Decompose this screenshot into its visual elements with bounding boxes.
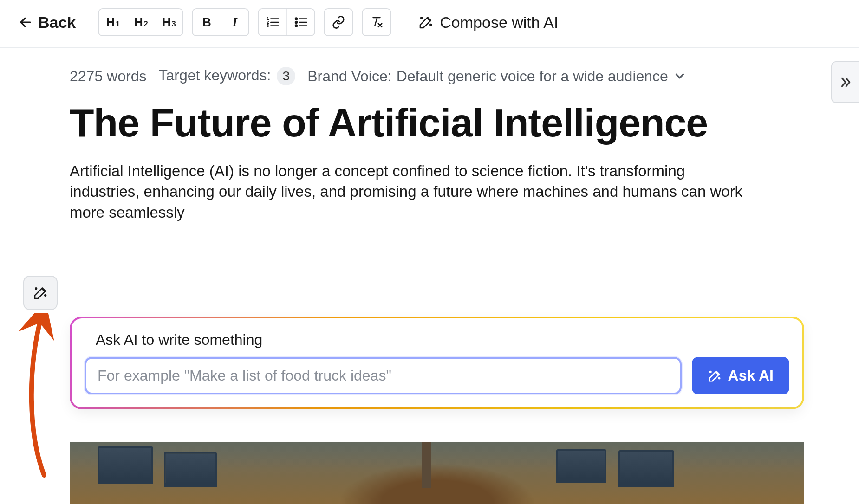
hero-image [70, 442, 804, 504]
compose-with-ai-button[interactable]: Compose with AI [418, 13, 558, 32]
document-title[interactable]: The Future of Artificial Intelligence [0, 101, 859, 144]
editor-main: 2275 words Target keywords: 3 Brand Voic… [0, 48, 859, 223]
svg-point-17 [430, 24, 432, 26]
word-count: 2275 words [70, 68, 146, 85]
list-group: 123 [258, 8, 315, 36]
double-chevron-right-icon [839, 75, 852, 89]
svg-text:3: 3 [267, 23, 269, 28]
image-chair-shape [164, 452, 217, 487]
link-button[interactable] [325, 9, 352, 35]
ordered-list-button[interactable]: 123 [259, 9, 286, 35]
target-keywords-label: Target keywords: [158, 67, 271, 84]
clear-format-button[interactable] [363, 9, 390, 35]
bold-button[interactable]: B [193, 9, 221, 35]
ask-ai-button-label: Ask AI [728, 367, 774, 384]
ask-ai-panel: Ask AI to write something Ask AI [70, 317, 804, 409]
brand-voice-dropdown[interactable]: Brand Voice: Default generic voice for a… [307, 68, 687, 85]
link-icon [332, 15, 345, 29]
svg-point-9 [295, 21, 297, 23]
ask-ai-button[interactable]: Ask AI [692, 357, 789, 394]
svg-point-21 [718, 377, 720, 379]
ask-ai-title: Ask AI to write something [85, 331, 789, 349]
image-pole-shape [422, 442, 431, 488]
ask-ai-input[interactable] [85, 357, 682, 394]
svg-point-11 [295, 25, 297, 27]
annotation-arrow [19, 313, 60, 480]
image-chair-shape [618, 450, 674, 487]
brand-voice-value: Default generic voice for a wide audienc… [397, 68, 668, 85]
wand-icon [418, 15, 433, 30]
document-paragraph[interactable]: Artificial Intelligence (AI) is no longe… [0, 144, 817, 223]
target-keywords[interactable]: Target keywords: 3 [158, 67, 295, 85]
svg-point-7 [295, 18, 297, 20]
unordered-list-icon [294, 15, 308, 29]
format-group: B I [192, 8, 249, 36]
ordered-list-icon: 123 [266, 15, 280, 29]
compose-label: Compose with AI [440, 13, 558, 32]
wand-icon [708, 369, 722, 383]
image-chair-shape [556, 449, 606, 483]
h3-button[interactable]: H3 [155, 9, 182, 35]
h1-button[interactable]: H1 [99, 9, 127, 35]
inline-ai-wand-button[interactable] [23, 276, 58, 310]
svg-point-16 [421, 17, 423, 19]
unordered-list-button[interactable] [286, 9, 314, 35]
italic-button[interactable]: I [221, 9, 248, 35]
wand-icon [33, 285, 48, 300]
editor-toolbar: Back H1 H2 H3 B I 123 [0, 0, 859, 48]
link-group [324, 8, 353, 36]
chevron-down-icon [673, 69, 687, 83]
svg-point-19 [45, 295, 46, 296]
h2-button[interactable]: H2 [127, 9, 155, 35]
back-label: Back [38, 13, 76, 32]
clear-format-group [362, 8, 391, 36]
heading-group: H1 H2 H3 [98, 8, 183, 36]
svg-point-18 [35, 288, 37, 289]
brand-voice-label: Brand Voice: [307, 68, 391, 85]
image-chair-shape [98, 446, 153, 484]
svg-line-13 [375, 18, 377, 26]
clear-format-icon [370, 15, 384, 29]
back-button[interactable]: Back [19, 13, 90, 32]
arrow-left-icon [19, 15, 33, 29]
target-keywords-count: 3 [277, 67, 295, 85]
svg-point-20 [710, 371, 711, 373]
expand-sidebar-button[interactable] [831, 61, 859, 103]
meta-row: 2275 words Target keywords: 3 Brand Voic… [0, 48, 859, 97]
